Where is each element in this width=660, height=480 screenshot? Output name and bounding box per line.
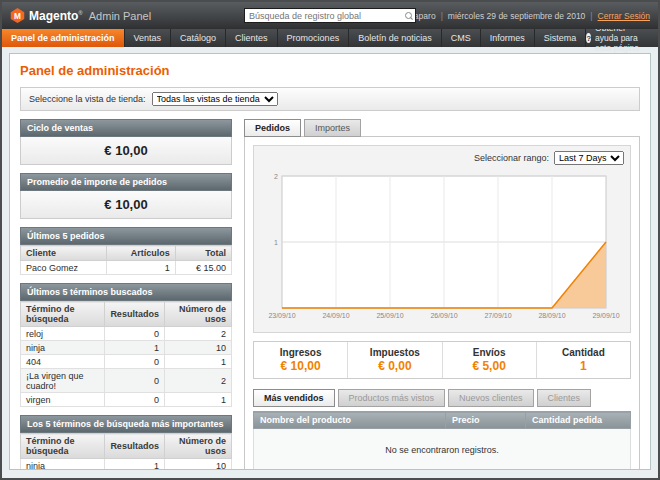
nav-item[interactable]: Clientes [226, 29, 278, 47]
column-header: Término de búsqueda [21, 302, 105, 327]
svg-text:23/09/10: 23/09/10 [268, 312, 295, 319]
box-title: Los 5 términos de búsqueda más important… [20, 415, 232, 433]
main-nav: Panel de administraciónVentasCatálogoCli… [2, 29, 658, 47]
nav-item[interactable]: Ventas [125, 29, 172, 47]
tab[interactable]: Pedidos [244, 119, 301, 137]
last-search-terms-box: Últimos 5 términos buscados Término de b… [20, 283, 232, 407]
nav-item[interactable]: CMS [442, 29, 481, 47]
empty-message: No se encontraron registros. [254, 429, 631, 471]
column-header: Término de búsqueda [21, 434, 105, 459]
stat-cell: Ingresos€ 10,00 [254, 342, 348, 378]
logo-title: Magento® [29, 9, 83, 23]
magento-logo-icon: M [10, 8, 25, 23]
table-cell: 1 [105, 459, 165, 471]
store-view-select[interactable]: Todas las vistas de tienda [152, 92, 278, 106]
store-view-label: Seleccione la vista de tienda: [29, 94, 146, 104]
table-cell: 1 [107, 261, 175, 275]
table-cell: 1 [164, 355, 231, 369]
meta-separator: | [585, 11, 597, 21]
table-row: reloj02 [21, 327, 232, 341]
box-title: Últimos 5 términos buscados [20, 283, 232, 301]
table-row: No se encontraron registros. [254, 429, 631, 471]
nav-item[interactable]: Panel de administración [2, 29, 125, 47]
table-cell: 0 [105, 355, 165, 369]
dashboard-tabs: PedidosImportes [244, 119, 640, 137]
content-area: Panel de administración Seleccione la vi… [2, 47, 658, 478]
table-cell: 0 [105, 393, 165, 407]
top-search-terms-table: Término de búsquedaResultadosNúmero de u… [20, 433, 232, 470]
svg-text:25/09/10: 25/09/10 [376, 312, 403, 319]
table-cell: Paco Gomez [21, 261, 107, 275]
nav-item[interactable]: Promociones [278, 29, 350, 47]
svg-text:2: 2 [274, 173, 278, 180]
lifetime-sales-box: Ciclo de ventas € 10,00 [20, 119, 232, 165]
table-cell: ninja [21, 459, 105, 471]
orders-tab-panel: Seleccionar rango: Last 7 Days 1223/09/1… [244, 136, 640, 470]
nav-item[interactable]: Informes [481, 29, 535, 47]
table-row: virgen01 [21, 393, 232, 407]
column-header: Nombre del producto [254, 412, 446, 429]
column-header: Número de usos [164, 302, 231, 327]
table-cell: 2 [164, 327, 231, 341]
page-title: Panel de administración [20, 63, 640, 78]
stats-row: Ingresos€ 10,00Impuestos€ 0,00Envíos€ 5,… [253, 341, 631, 379]
tab[interactable]: Nuevos clientes [448, 389, 534, 407]
stat-value: € 10,00 [256, 359, 345, 373]
store-view-bar: Seleccione la vista de tienda: Todas las… [20, 87, 640, 111]
table-cell: 0 [105, 327, 165, 341]
column-header: Resultados [105, 434, 165, 459]
nav-item[interactable]: Sistema [535, 29, 587, 47]
chart-panel: Seleccionar rango: Last 7 Days 1223/09/1… [253, 145, 631, 333]
lifetime-sales-value: € 10,00 [20, 137, 232, 165]
stat-cell: Cantidad1 [537, 342, 630, 378]
range-label: Seleccionar rango: [474, 153, 549, 163]
table-row: ¡La virgen que cuadro!02 [21, 369, 232, 393]
svg-text:1: 1 [274, 239, 278, 246]
help-icon: ? [586, 33, 591, 43]
stat-value: € 5,00 [445, 359, 534, 373]
tab[interactable]: Productos más vistos [338, 389, 446, 407]
box-title: Ciclo de ventas [20, 119, 232, 137]
content-panel: Panel de administración Seleccione la vi… [9, 53, 651, 470]
products-table: Nombre del productoPrecioCantidad pedida… [253, 411, 631, 470]
average-orders-box: Promedio de importe de pedidos € 10,00 [20, 173, 232, 219]
table-cell: ninja [21, 341, 105, 355]
meta-separator: | [436, 11, 448, 21]
svg-text:26/09/10: 26/09/10 [430, 312, 457, 319]
table-cell: 10 [164, 341, 231, 355]
column-header: Total [175, 246, 231, 261]
stat-label: Envíos [445, 347, 534, 358]
global-search [244, 8, 416, 23]
table-cell: 1 [105, 341, 165, 355]
top-header: M Magento® Admin Panel Accedió como apar… [2, 2, 658, 29]
header-date: miércoles 29 de septiembre de 2010 [448, 11, 586, 21]
nav-item[interactable]: Catálogo [171, 29, 226, 47]
average-orders-value: € 10,00 [20, 191, 232, 219]
global-search-input[interactable] [244, 8, 416, 23]
table-cell: 404 [21, 355, 105, 369]
search-icon [405, 12, 412, 19]
stat-cell: Impuestos€ 0,00 [348, 342, 442, 378]
range-select[interactable]: Last 7 Days [554, 151, 624, 165]
svg-text:24/09/10: 24/09/10 [322, 312, 349, 319]
chart-wrap: 1223/09/1024/09/1025/09/1026/09/1027/09/… [260, 168, 624, 330]
tab[interactable]: Más vendidos [253, 389, 335, 407]
dashboard-main: PedidosImportes Seleccionar rango: Last … [244, 119, 640, 470]
tab[interactable]: Importes [304, 119, 361, 137]
svg-text:27/09/10: 27/09/10 [484, 312, 511, 319]
column-header: Cantidad pedida [526, 412, 631, 429]
orders-chart: 1223/09/1024/09/1025/09/1026/09/1027/09/… [262, 168, 622, 326]
box-title: Promedio de importe de pedidos [20, 173, 232, 191]
nav-item[interactable]: Boletín de noticias [349, 29, 442, 47]
table-cell: 0 [105, 369, 165, 393]
table-row: 40401 [21, 355, 232, 369]
logout-link[interactable]: Cerrar Sesión [598, 11, 650, 21]
table-row: Paco Gomez1€ 15.00 [21, 261, 232, 275]
column-header: Artículos [107, 246, 175, 261]
last-orders-table: ClienteArtículosTotalPaco Gomez1€ 15.00 [20, 245, 232, 275]
help-link[interactable]: ? Obtener ayuda para esta página [586, 29, 658, 47]
table-cell: 1 [164, 393, 231, 407]
column-header: Número de usos [164, 434, 231, 459]
stat-cell: Envíos€ 5,00 [443, 342, 537, 378]
tab[interactable]: Clientes [537, 389, 592, 407]
